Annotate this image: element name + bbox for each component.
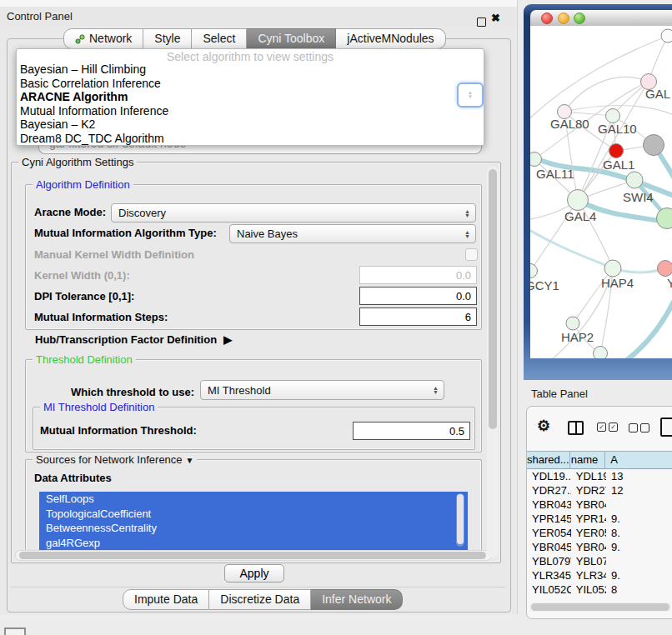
- horizontal-scrollbar[interactable]: [15, 550, 492, 561]
- dpi-tolerance-field[interactable]: 0.0: [359, 287, 477, 305]
- network-canvas[interactable]: GALGAL80GAL10GAL1GAL11SWI4GAL4HAP4YGCY1H…: [530, 26, 672, 358]
- algorithm-option-aracne-algorithm[interactable]: ARACNE Algorithm: [17, 90, 484, 104]
- table-cell: 13: [606, 469, 672, 483]
- node-label-y: Y: [667, 276, 672, 290]
- table-cell: YDL19...: [527, 469, 571, 483]
- network-node[interactable]: [661, 29, 672, 42]
- tab-style[interactable]: Style: [143, 28, 192, 49]
- algorithm-option-dream8-dc-tdc-algorithm[interactable]: Dream8 DC_TDC Algorithm: [17, 132, 484, 146]
- table-header[interactable]: shared...nameA: [527, 451, 672, 469]
- network-node[interactable]: [566, 317, 579, 330]
- table-row[interactable]: YBR045CYBR045C9.: [527, 540, 672, 554]
- table-cell: YER054C: [571, 526, 606, 540]
- network-node[interactable]: [658, 261, 672, 277]
- close-icon[interactable]: ✖: [491, 12, 500, 24]
- table-cell: YBR043C: [527, 498, 571, 512]
- table-row[interactable]: YBR043CYBR043C: [527, 498, 672, 512]
- mi-threshold-title: MI Threshold Definition: [40, 401, 158, 413]
- node-label-hap2: HAP2: [561, 330, 594, 344]
- apply-button[interactable]: Apply: [224, 564, 284, 582]
- kernel-width-field[interactable]: 0.0: [359, 266, 477, 284]
- gear-icon[interactable]: ⚙: [537, 417, 550, 435]
- mi-threshold-group: MI Threshold Definition Mutual Informati…: [33, 407, 475, 450]
- network-node[interactable]: [568, 190, 589, 211]
- attribute-item-selfloops[interactable]: SelfLoops: [39, 492, 468, 507]
- table-cell: 9.: [606, 540, 672, 554]
- vertical-scrollbar[interactable]: [487, 166, 499, 558]
- page-icon[interactable]: [660, 418, 672, 437]
- panel-title: Control Panel: [7, 10, 73, 22]
- table-row[interactable]: YER054CYER054C8.: [527, 526, 672, 540]
- hub-definition-expander[interactable]: Hub/Transcription Factor Definition ▶: [35, 333, 232, 346]
- mi-type-value: Naive Bayes: [237, 228, 298, 240]
- minimize-traffic-light-icon[interactable]: [558, 12, 569, 24]
- table-cell: 12: [606, 483, 672, 498]
- zoom-traffic-light-icon[interactable]: [574, 12, 585, 24]
- which-threshold-label: Which threshold to use:: [34, 384, 194, 401]
- combobox-stepper-fragment[interactable]: ▲ ▼: [457, 82, 484, 108]
- column-header-a[interactable]: A: [605, 452, 672, 468]
- stepper-down-icon: ▼: [468, 95, 473, 99]
- table-cell: YDL19...: [571, 469, 606, 483]
- network-node[interactable]: [604, 260, 621, 277]
- sources-title[interactable]: Sources for Network Inference▼: [33, 453, 197, 466]
- network-node[interactable]: [606, 109, 620, 123]
- tab-jactivemnodules[interactable]: jActiveMNodules: [336, 28, 445, 49]
- network-edge[interactable]: [530, 226, 613, 268]
- table-row[interactable]: YDL19...YDL19...13: [527, 469, 672, 483]
- panel-tab-bar: NetworkStyleSelectCyni ToolboxjActiveMNo…: [63, 28, 446, 49]
- node-label-swi4: SWI4: [623, 190, 654, 204]
- attribute-item-topologicalcoefficient[interactable]: TopologicalCoefficient: [39, 507, 468, 522]
- network-node[interactable]: [609, 144, 624, 158]
- algorithm-option-bayesian-hill-climbing[interactable]: Bayesian – Hill Climbing: [17, 62, 484, 77]
- threshold-definition-title: Threshold Definition: [33, 353, 136, 366]
- node-label-hap4: HAP4: [601, 276, 634, 290]
- tab-cyni-toolbox[interactable]: Cyni Toolbox: [247, 28, 336, 49]
- tab-label: Impute Data: [134, 590, 198, 609]
- mi-steps-label: Mutual Information Steps:: [34, 309, 168, 326]
- split-columns-icon[interactable]: [568, 421, 584, 435]
- list-scrollbar[interactable]: [456, 493, 464, 547]
- aracne-mode-combobox[interactable]: Discovery ▲▼: [111, 203, 476, 222]
- attribute-item-betweennesscentrality[interactable]: BetweennessCentrality: [39, 521, 468, 536]
- network-node[interactable]: [644, 135, 664, 156]
- close-traffic-light-icon[interactable]: [541, 12, 553, 24]
- collapsed-panel-grip[interactable]: [4, 628, 26, 635]
- table-row[interactable]: YLR345WYLR345W9.: [527, 568, 672, 582]
- table-row[interactable]: YBL079WYBL079W: [527, 554, 672, 568]
- node-label-gal10: GAL10: [598, 122, 637, 136]
- float-window-icon[interactable]: [477, 18, 486, 27]
- deselect-checks-icon[interactable]: [629, 423, 649, 432]
- algorithm-definition-title: Algorithm Definition: [33, 178, 133, 191]
- network-node[interactable]: [530, 264, 538, 278]
- network-node[interactable]: [530, 152, 542, 167]
- algorithm-option-mutual-information-inference[interactable]: Mutual Information Inference: [17, 104, 484, 118]
- algorithm-option-basic-correlation-inference[interactable]: Basic Correlation Inference: [17, 77, 484, 91]
- mi-threshold-field[interactable]: 0.5: [353, 422, 470, 440]
- table-row[interactable]: YDR27...YDR27...12: [527, 483, 672, 498]
- attribute-item-gal4rgexp[interactable]: gal4RGexp: [39, 536, 468, 551]
- network-window-titlebar[interactable]: [530, 10, 672, 27]
- tab-infer-network[interactable]: Infer Network: [311, 589, 403, 610]
- table-horizontal-scrollbar[interactable]: [529, 602, 671, 612]
- which-threshold-combobox[interactable]: MI Threshold ▲▼: [200, 380, 444, 400]
- network-node[interactable]: [594, 347, 608, 359]
- manual-kernel-checkbox[interactable]: [465, 248, 478, 261]
- algorithm-option-bayesian-k2[interactable]: Bayesian – K2: [17, 118, 484, 132]
- select-checks-icon[interactable]: ✓✓: [597, 422, 618, 432]
- node-label-gal: GAL: [645, 87, 670, 101]
- tab-impute-data[interactable]: Impute Data: [123, 589, 209, 610]
- table-row[interactable]: YIL052CYIL052C8: [527, 582, 672, 594]
- mi-steps-field[interactable]: 6: [359, 308, 477, 326]
- network-node[interactable]: [626, 172, 643, 188]
- tab-select[interactable]: Select: [192, 28, 247, 49]
- column-header-name[interactable]: name: [570, 452, 605, 468]
- tab-discretize-data[interactable]: Discretize Data: [209, 589, 311, 610]
- table-cell: YPR145W: [571, 512, 606, 526]
- mi-threshold-label: Mutual Information Threshold:: [40, 422, 197, 439]
- column-header-shared[interactable]: shared...: [527, 452, 570, 468]
- table-row[interactable]: YPR145WYPR145W9.: [527, 512, 672, 526]
- mi-type-combobox[interactable]: Naive Bayes ▲▼: [229, 224, 476, 243]
- hub-definition-label: Hub/Transcription Factor Definition: [35, 333, 217, 346]
- tab-network[interactable]: Network: [63, 28, 143, 49]
